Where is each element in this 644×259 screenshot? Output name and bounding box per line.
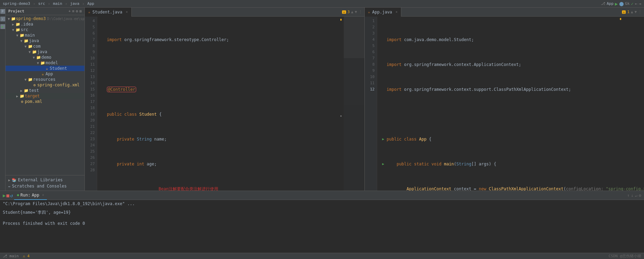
sidebar-action-add[interactable]: + (69, 9, 71, 13)
run-stop-btn[interactable]: ■ (6, 193, 9, 198)
right-tab-close[interactable]: × (395, 10, 398, 14)
right-line-numbers: 1 2 3 4 5 6 7 8 9 10 11 12 (365, 17, 377, 191)
sidebar-action-expand[interactable]: ≡ (72, 9, 74, 13)
right-pane-tabbar: ☕ App.java × ⚠ 1 ▲ ▼ ⋮ (365, 8, 644, 17)
run-spacer1 (3, 206, 641, 210)
right-pane-menu[interactable]: ⋮ (638, 10, 642, 14)
tree-pomxml-label: pom.xml (25, 99, 42, 104)
java-file-icon-app: ☕ (40, 72, 46, 76)
top-bar-path: src (38, 1, 45, 6)
sidebar-header: Project + ≡ ⚙ ⊞ (6, 8, 84, 15)
toolbar-debug-btn[interactable]: ⬤ (619, 1, 624, 6)
status-bar: ⎇ main ⚠ 4 CSDN @悲伤猪小猪 (0, 253, 644, 259)
toolbar-git[interactable]: ⎇ (601, 1, 605, 6)
rgutter-5: ▶ (380, 136, 387, 142)
rln-5: 5 (365, 43, 377, 49)
toolbar-arrow-right[interactable]: → (639, 1, 641, 6)
rcode-text-3: import org.springframework.context.suppo… (387, 86, 571, 93)
sidebar-action-layout[interactable]: ⊞ (79, 9, 82, 13)
right-code-content[interactable]: 1 2 3 4 5 6 7 8 9 10 11 12 (365, 17, 644, 191)
tree-java[interactable]: ▼ 📁 java (6, 38, 84, 44)
left-tab-close[interactable]: × (126, 10, 128, 14)
external-libraries[interactable]: ▶ 📚 External Libraries (8, 177, 82, 183)
code-line-9: private int age; (100, 161, 341, 167)
tree-root-path: D:\Code\java-ee\sp (47, 17, 84, 21)
tree-student[interactable]: ☕ Student (6, 66, 84, 71)
tree-app-label: App (46, 71, 53, 76)
right-pane-expand-up[interactable]: ▲ (631, 10, 633, 14)
toolbar-arrow-left[interactable]: ← (635, 1, 637, 6)
sidebar-footer: ▶ 📚 External Libraries ✏️ Scratches and … (6, 175, 84, 191)
bottom-wrap[interactable]: ↵ (635, 193, 637, 198)
tree-root[interactable]: ▼ 📁 spring-demo3 D:\Code\java-ee\sp (6, 16, 84, 21)
tree-student-label: Student (50, 66, 67, 71)
tree-main[interactable]: ▼ 📁 main (6, 32, 84, 38)
tree-com[interactable]: ▼ 📁 com (6, 44, 84, 49)
toolbar-check[interactable]: ✓ (631, 1, 633, 6)
tree-test[interactable]: ▶ 📁 test (6, 88, 84, 93)
bottom-panel-tabs: ▶ ■ ↺ ● Run: App × ↑ ↓ ↵ ⚙ (0, 191, 644, 200)
java-file-icon-student: ☕ (44, 66, 50, 71)
left-pane-expand-up[interactable]: ▲ (351, 10, 353, 14)
toolbar-git2[interactable]: Gk (625, 1, 630, 6)
run-rerun-btn[interactable]: ↺ (10, 193, 13, 198)
ln-12: 12 (85, 68, 97, 74)
run-controls-left: ▶ ■ ↺ (3, 193, 13, 198)
ln-13: 13 (85, 74, 97, 80)
tree-target[interactable]: ▶ 📁 target (6, 93, 84, 99)
run-spacer2 (3, 215, 641, 221)
rln-6: 6 (365, 49, 377, 55)
left-code-content[interactable]: 4 5 6 7 8 9 10 11 12 13 14 15 16 (85, 17, 364, 191)
tree-resources[interactable]: ▼ 📁 resources (6, 77, 84, 82)
tree-java2[interactable]: ▼ 📁 java (6, 49, 84, 55)
toolbar-run-btn[interactable]: ▶ (615, 1, 618, 7)
top-bar-main: main (53, 1, 62, 6)
tree-target-arrow: ▶ (15, 94, 19, 98)
scratches-consoles[interactable]: ✏️ Scratches and Consoles (8, 183, 82, 189)
activity-run[interactable]: ▶ (0, 24, 5, 29)
tree-test-label: test (29, 88, 39, 93)
rln-8: 8 (365, 61, 377, 68)
tree-src[interactable]: ▼ 📁 src (6, 27, 84, 32)
bottom-scroll-up[interactable]: ↑ (627, 193, 630, 198)
ln-16: 16 (85, 93, 97, 99)
bottom-panel: ▶ ■ ↺ ● Run: App × ↑ ↓ ↵ ⚙ "C:\Program F… (0, 191, 644, 253)
rcode-line-5: ▶ public class App { (380, 136, 644, 142)
folder-icon-java2: 📁 (32, 50, 37, 54)
run-play-btn[interactable]: ▶ (3, 193, 6, 198)
activity-commit[interactable]: ↑ (0, 17, 5, 21)
bottom-settings-icon[interactable]: ⚙ (639, 193, 641, 198)
left-code-lines[interactable]: import org.springframework.stereotype.Co… (97, 17, 344, 191)
left-warn-count: 3 (348, 10, 350, 14)
rcode-line-7: ApplicationContext context = new ClassPa… (380, 186, 644, 191)
left-line-numbers: 4 5 6 7 8 9 10 11 12 13 14 15 16 (85, 17, 97, 191)
editors-split: ☕ Student.java × ⚠ 3 ▲ ▼ ⋮ (85, 8, 644, 191)
right-pane-tab[interactable]: ☕ App.java × (365, 8, 402, 17)
right-pane-expand-down[interactable]: ▼ (634, 10, 637, 14)
tree-main-arrow: ▼ (15, 33, 19, 37)
right-tab-filename: App.java (372, 10, 392, 15)
tree-idea[interactable]: ▶ 📁 .idea (6, 21, 84, 27)
tree-resources-arrow: ▼ (23, 78, 28, 81)
ln-23: 23 (85, 136, 97, 142)
bottom-tab-run[interactable]: ● Run: App × (14, 191, 47, 200)
folder-icon-idea: 📁 (15, 22, 21, 27)
run-tab-close[interactable]: × (42, 193, 44, 197)
tree-springconfig[interactable]: ⚙ spring-config.xml (6, 82, 84, 88)
tree-pomxml[interactable]: ⚙ pom.xml (6, 99, 84, 104)
status-git: ⎇ main (3, 254, 19, 258)
left-pane-tab[interactable]: ☕ Student.java × (85, 8, 132, 17)
activity-project[interactable]: P (0, 9, 5, 14)
left-pane-menu[interactable]: ⋮ (359, 10, 362, 14)
tree-model[interactable]: ▼ 📁 model (6, 60, 84, 66)
left-pane-expand-down[interactable]: ▼ (355, 10, 357, 14)
sidebar-action-settings[interactable]: ⚙ (76, 9, 78, 13)
bottom-scroll-down[interactable]: ↓ (631, 193, 633, 198)
tree-demo[interactable]: ▼ 📁 demo (6, 55, 84, 60)
top-bar-sep4: › (82, 1, 84, 6)
tree-app[interactable]: ☕ App (6, 71, 84, 77)
right-code-lines[interactable]: import com.java.demo.model.Student; impo… (377, 17, 644, 191)
ln-25: 25 (85, 148, 97, 155)
ln-5: 5 (85, 24, 97, 30)
tree-demo-label: demo (41, 55, 51, 60)
